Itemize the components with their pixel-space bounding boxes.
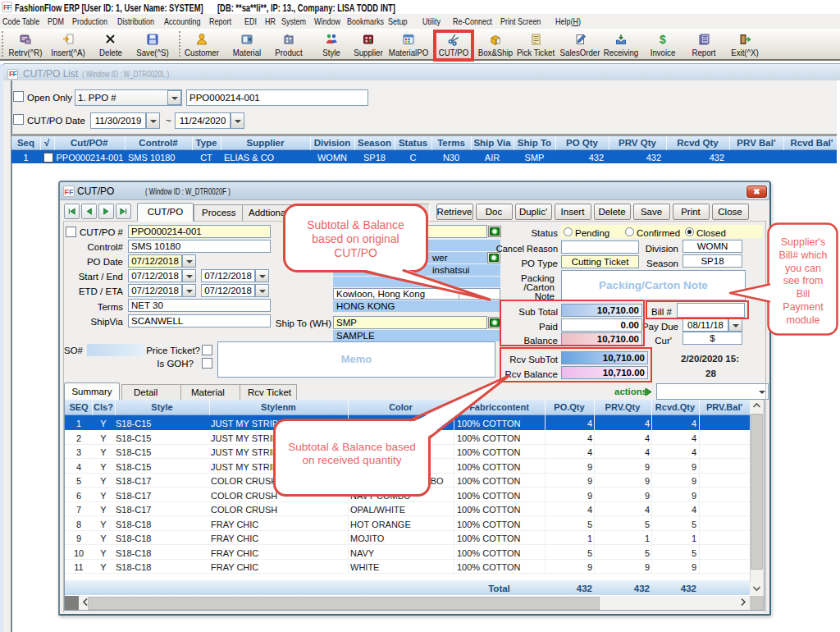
svg-text:$: $ (660, 33, 666, 46)
